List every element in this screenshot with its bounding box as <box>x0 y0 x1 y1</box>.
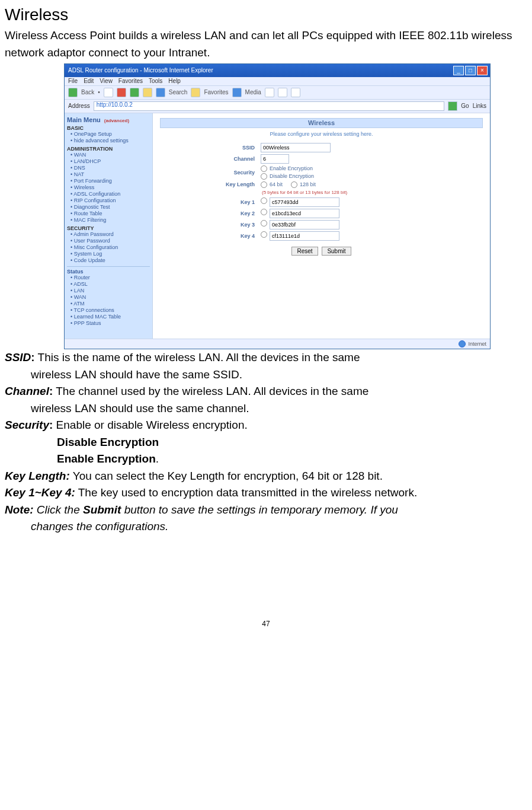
stop-icon[interactable] <box>104 88 113 97</box>
go-button[interactable] <box>448 101 457 111</box>
back-label[interactable]: Back <box>81 90 94 95</box>
radio-icon[interactable] <box>261 173 267 180</box>
reset-button[interactable]: Reset <box>291 247 318 256</box>
print-icon[interactable] <box>291 88 300 97</box>
sidebar-item[interactable]: WAN <box>67 294 150 301</box>
favorites-label[interactable]: Favorites <box>204 90 228 95</box>
keylen-opt[interactable]: 128 bit <box>300 182 316 187</box>
ssid-row: SSID <box>160 143 483 152</box>
menu-item[interactable]: Favorites <box>118 78 143 84</box>
sidebar-item[interactable]: Misc Configuration <box>67 244 150 251</box>
go-label[interactable]: Go <box>461 103 469 109</box>
screenshot: ADSL Router configuration - Microsoft In… <box>64 63 527 349</box>
main-panel: Wireless Please configure your wireless … <box>153 113 490 339</box>
back-icon[interactable] <box>68 88 78 97</box>
key3-input[interactable] <box>270 220 339 229</box>
sidebar-item[interactable]: Wireless <box>67 184 150 191</box>
channel-input[interactable] <box>261 154 289 164</box>
radio-icon[interactable] <box>291 181 297 188</box>
radio-icon[interactable] <box>261 197 267 204</box>
sep: • <box>98 90 100 95</box>
key3-row: Key 3 <box>160 220 483 229</box>
refresh2-icon[interactable] <box>130 88 139 97</box>
sidebar-item[interactable]: WAN <box>67 152 150 158</box>
def-security: Security: Enable or disable Wireless enc… <box>5 417 527 434</box>
security-row: Security Enable Encryption Disable Encry… <box>160 165 483 180</box>
sidebar-item[interactable]: RIP Configuration <box>67 197 150 204</box>
sidebar-item[interactable]: User Password <box>67 238 150 244</box>
close-icon[interactable]: × <box>477 66 488 75</box>
sidebar-item[interactable]: PPP Status <box>67 320 150 327</box>
ssid-label: SSID <box>160 145 261 151</box>
sidebar-item[interactable]: TCP connections <box>67 307 150 314</box>
home-icon[interactable] <box>143 88 152 97</box>
search-label[interactable]: Search <box>169 90 188 95</box>
media-icon[interactable] <box>232 88 242 97</box>
radio-icon[interactable] <box>261 165 267 172</box>
key1-input[interactable] <box>270 197 339 207</box>
menu-item[interactable]: View <box>100 78 113 84</box>
def-channel: Channel: The channel used by the wireles… <box>5 383 527 400</box>
sidebar-item[interactable]: Router <box>67 275 150 281</box>
key1-row: Key 1 <box>160 197 483 207</box>
channel-row: Channel <box>160 154 483 164</box>
menu-item[interactable]: Help <box>168 78 181 84</box>
sidebar: Main Menu(advanced) BASIC OnePage Setup … <box>65 113 153 339</box>
sidebar-item[interactable]: ADSL <box>67 281 150 288</box>
sidebar-item[interactable]: Route Table <box>67 211 150 217</box>
sidebar-item[interactable]: Diagnostic Test <box>67 204 150 211</box>
radio-icon[interactable] <box>261 231 267 238</box>
menu-item[interactable]: Edit <box>84 78 94 84</box>
refresh-icon[interactable] <box>117 88 126 97</box>
submit-button[interactable]: Submit <box>322 247 351 256</box>
menu-item[interactable]: Tools <box>149 78 162 84</box>
key2-input[interactable] <box>270 209 339 218</box>
def-note: Note: Click the Submit button to save th… <box>5 502 527 519</box>
def-ssid: SSID: This is the name of the wireless L… <box>5 349 527 366</box>
key4-row: Key 4 <box>160 231 483 241</box>
sidebar-item[interactable]: ADSL Configuration <box>67 191 150 197</box>
sidebar-item[interactable]: Port Forwarding <box>67 178 150 184</box>
links-label[interactable]: Links <box>473 103 486 109</box>
radio-icon[interactable] <box>261 209 267 215</box>
channel-label: Channel <box>160 157 261 162</box>
sidebar-item[interactable]: Learned MAC Table <box>67 314 150 320</box>
security-opt[interactable]: Enable Encryption <box>270 166 313 171</box>
key3-label: Key 3 <box>160 222 261 228</box>
sidebar-item[interactable]: DNS <box>67 165 150 171</box>
sidebar-item[interactable]: NAT <box>67 171 150 178</box>
def-keys: Key 1~Key 4: The key used to encryption … <box>5 484 527 502</box>
sidebar-item[interactable]: ATM <box>67 301 150 307</box>
sidebar-item[interactable]: LAN/DHCP <box>67 158 150 165</box>
radio-icon[interactable] <box>261 181 267 188</box>
sidebar-item[interactable]: LAN <box>67 288 150 294</box>
sidebar-item[interactable]: hide advanced settings <box>67 138 150 144</box>
sidebar-item[interactable]: Code Update <box>67 257 150 264</box>
history-icon[interactable] <box>265 88 274 97</box>
ie-toolbar: Back • Search Favorites Media <box>65 86 490 100</box>
radio-icon[interactable] <box>261 220 267 227</box>
sidebar-item[interactable]: Admin Password <box>67 231 150 238</box>
window-title: ADSL Router configuration - Microsoft In… <box>68 68 213 74</box>
ssid-input[interactable] <box>261 143 331 152</box>
search-icon[interactable] <box>156 88 165 97</box>
maximize-icon[interactable]: □ <box>465 66 476 75</box>
sidebar-item[interactable]: OnePage Setup <box>67 131 150 138</box>
security-opt[interactable]: Disable Encryption <box>270 174 314 179</box>
def-note-cont: changes the configurations. <box>31 518 527 535</box>
panel-desc: Please configure your wireless setting h… <box>160 132 483 137</box>
favorites-icon[interactable] <box>191 88 200 97</box>
sidebar-item[interactable]: System Log <box>67 251 150 257</box>
keylen-opt[interactable]: 64 bit <box>270 182 283 187</box>
internet-icon <box>459 340 466 347</box>
menu-item[interactable]: File <box>68 78 78 84</box>
address-input[interactable]: http://10.0.0.2 <box>94 101 445 111</box>
def-enable: Enable Encryption. <box>57 451 527 468</box>
mail-icon[interactable] <box>278 88 287 97</box>
main-menu-title: Main Menu(advanced) <box>67 117 150 123</box>
key4-input[interactable] <box>270 231 339 241</box>
minimize-icon[interactable]: _ <box>453 66 464 75</box>
sidebar-section-status: Status <box>67 269 150 275</box>
media-label[interactable]: Media <box>245 90 261 95</box>
sidebar-item[interactable]: MAC Filtering <box>67 217 150 224</box>
